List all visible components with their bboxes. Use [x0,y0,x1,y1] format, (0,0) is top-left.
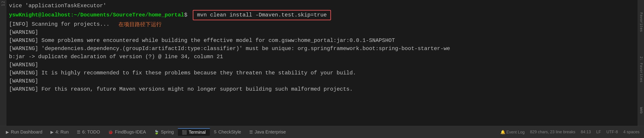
prompt-user: yswKnight@localhost [9,11,71,19]
sidebar-web: Web [639,107,643,114]
status-bar-right: 🔔 Event Log 829 chars, 23 line breaks 84… [500,130,642,134]
run-button[interactable]: ▶ 4: Run [46,128,73,135]
right-sidebar: Favorites 2: Favorites Web [638,0,644,126]
terminal-first-line: vice 'applicationTaskExecutor' [9,2,635,10]
spring-label: Spring [161,129,174,134]
sidebar-favorites-2: 2: Favorites [639,56,643,82]
todo-label: 6: TODO [82,129,100,134]
prompt-line: yswKnight@localhost : ~/Documents/Source… [9,10,635,20]
findbugs-icon: 🐞 [108,130,113,134]
indent: 4 spaces [623,130,640,134]
bottom-bar: ▶ Run Dashboard ▶ 4: Run ☰ 6: TODO 🐞 Fin… [0,126,644,138]
prompt-dollar: $ [184,11,187,19]
warning-line-8: [WARNING] For this reason, future Maven … [9,85,635,93]
run-dashboard-label: Run Dashboard [11,129,42,134]
char-count: 829 chars, 23 line breaks [530,130,575,134]
warning-line-1: [WARNING] [9,28,635,37]
checkstyle-label: CheckStyle [218,129,241,134]
checkstyle-icon: S [214,130,216,134]
java-enterprise-button[interactable]: ☰ Java Enterprise [245,128,290,135]
cursor-position: 84:13 [581,130,591,134]
java-enterprise-icon: ☰ [249,130,253,134]
findbugs-label: FindBugs-IDEA [115,129,146,134]
terminal-label: Terminal [189,130,206,135]
warning-line-7: [WARNING] [9,77,635,85]
terminal-icon: ⬛ [182,130,187,135]
scanning-line: [INFO] Scanning for projects... [9,20,110,28]
encoding: UTF-8 [606,130,618,134]
left-sidebar: 2 1 [0,0,6,126]
warning-line-2: [WARNING] Some problems were encountered… [9,37,635,45]
warning-line-3: [WARNING] 'dependencies.dependency.(grou… [9,45,635,53]
event-log-label: Event Log [506,130,525,134]
warning-line-6: [WARNING] It is highly recommended to fi… [9,69,635,77]
todo-icon: ☰ [77,130,80,134]
chinese-annotation: 在项目路径下运行 [118,21,162,28]
findbugs-button[interactable]: 🐞 FindBugs-IDEA [104,128,150,135]
prompt-path: ~/Documents/SourceTree/home_portal [74,11,184,19]
info-annotation-line: [INFO] Scanning for projects... 在项目路径下运行 [9,20,635,28]
terminal-content: vice 'applicationTaskExecutor' yswKnight… [6,0,638,126]
command-text: mvn clean install -Dmaven.test.skip=true [197,12,327,18]
line-endings: LF [596,130,601,134]
checkstyle-button[interactable]: S CheckStyle [210,128,245,135]
run-label: 4: Run [56,129,69,134]
spring-button[interactable]: 🍃 Spring [150,128,178,135]
sidebar-number-1: 1 [1,4,6,6]
prompt-separator: : [71,11,74,19]
run-dashboard-icon: ▶ [6,130,9,134]
event-log-button[interactable]: 🔔 Event Log [500,130,525,134]
run-dashboard-button[interactable]: ▶ Run Dashboard [2,128,46,135]
command-box: mvn clean install -Dmaven.test.skip=true [193,10,331,20]
run-icon: ▶ [50,130,54,134]
todo-button[interactable]: ☰ 6: TODO [73,128,104,135]
sidebar-favorites-1: Favorites [639,13,643,32]
sidebar-number-2: 2 [1,1,6,4]
warning-line-5: [WARNING] [9,61,635,69]
java-enterprise-label: Java Enterprise [255,129,286,134]
warning-line-4: b:jar -> duplicate declaration of versio… [9,53,635,61]
event-log-icon: 🔔 [500,130,505,134]
spring-icon: 🍃 [154,130,159,134]
terminal-button[interactable]: ⬛ Terminal [178,128,210,136]
